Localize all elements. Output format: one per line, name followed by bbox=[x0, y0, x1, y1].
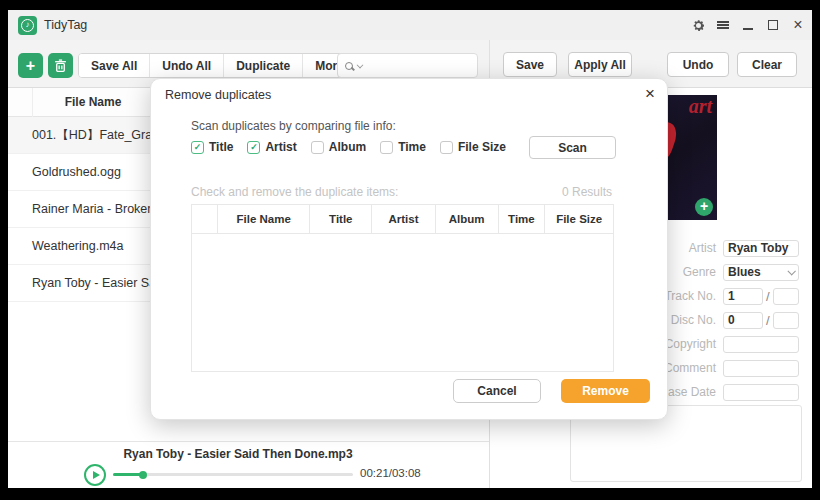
duplicate-button[interactable]: Duplicate bbox=[223, 54, 302, 77]
duplicates-instruction: Check and remove the duplicate items: bbox=[191, 185, 398, 199]
titlebar: ♪ TidyTag × bbox=[8, 10, 812, 40]
results-count: 0 Results bbox=[562, 185, 612, 199]
play-button[interactable] bbox=[84, 464, 106, 486]
artist-input[interactable] bbox=[723, 240, 799, 257]
remove-button[interactable]: Remove bbox=[561, 379, 650, 403]
checkbox-file-size[interactable]: File Size bbox=[440, 140, 506, 154]
column-header-album: Album bbox=[436, 205, 499, 234]
close-icon[interactable]: × bbox=[645, 85, 655, 102]
delete-file-button[interactable] bbox=[48, 53, 73, 78]
checkbox-icon[interactable] bbox=[247, 141, 260, 154]
now-playing-title: Ryan Toby - Easier Said Then Done.mp3 bbox=[8, 447, 468, 461]
track-no-input[interactable] bbox=[723, 288, 763, 305]
menu-icon[interactable] bbox=[715, 17, 731, 33]
search-input[interactable] bbox=[337, 53, 478, 78]
scan-instruction: Scan duplicates by comparing file info: bbox=[191, 119, 396, 133]
copyright-input[interactable] bbox=[723, 336, 799, 353]
save-button[interactable]: Save bbox=[503, 52, 557, 77]
column-header-file-size: File Size bbox=[545, 205, 613, 234]
progress-fill bbox=[113, 473, 143, 476]
comment-input[interactable] bbox=[723, 360, 799, 377]
column-header-file-name: File Name bbox=[218, 205, 311, 234]
maximize-icon[interactable] bbox=[765, 17, 781, 33]
checkbox-artist[interactable]: Artist bbox=[247, 140, 296, 154]
close-icon[interactable]: × bbox=[790, 17, 806, 33]
undo-all-button[interactable]: Undo All bbox=[149, 54, 223, 77]
checkbox-icon[interactable] bbox=[191, 141, 204, 154]
add-file-button[interactable]: + bbox=[18, 53, 43, 78]
add-cover-icon[interactable]: + bbox=[695, 198, 713, 216]
time-display: 00:21/03:08 bbox=[360, 467, 421, 479]
column-header-artist: Artist bbox=[372, 205, 436, 234]
trash-icon bbox=[54, 59, 67, 73]
duplicates-table: File Name Title Artist Album Time File S… bbox=[191, 204, 614, 372]
cancel-button[interactable]: Cancel bbox=[453, 379, 541, 403]
disc-no-input[interactable] bbox=[723, 312, 763, 329]
app-window: ♪ TidyTag × + Save All Undo All Duplicat… bbox=[8, 10, 812, 488]
select-column-header bbox=[8, 88, 33, 117]
column-header-select bbox=[192, 205, 218, 234]
chevron-down-icon bbox=[357, 61, 364, 68]
progress-bar[interactable] bbox=[113, 473, 353, 476]
app-title: TidyTag bbox=[44, 18, 87, 32]
player-bar: Ryan Toby - Easier Said Then Done.mp3 00… bbox=[8, 441, 489, 488]
album-art-text: art bbox=[689, 95, 712, 118]
compare-options: Title Artist Album Time File Size bbox=[191, 140, 506, 154]
checkbox-icon[interactable] bbox=[311, 141, 324, 154]
checkbox-icon[interactable] bbox=[380, 141, 393, 154]
column-header-time: Time bbox=[499, 205, 546, 234]
plus-icon: + bbox=[26, 57, 35, 75]
play-icon bbox=[93, 471, 100, 479]
magnifier-icon bbox=[345, 62, 353, 70]
settings-gear-icon[interactable] bbox=[690, 17, 706, 33]
undo-button[interactable]: Undo bbox=[667, 52, 729, 77]
progress-handle[interactable] bbox=[139, 471, 147, 479]
action-button-group: Save All Undo All Duplicate More bbox=[78, 53, 369, 78]
column-header-title: Title bbox=[310, 205, 372, 234]
clear-button[interactable]: Clear bbox=[737, 52, 797, 77]
checkbox-title[interactable]: Title bbox=[191, 140, 233, 154]
track-total-input[interactable] bbox=[773, 288, 799, 305]
apply-all-button[interactable]: Apply All bbox=[568, 52, 632, 77]
disc-total-input[interactable] bbox=[773, 312, 799, 329]
remove-duplicates-dialog: Remove duplicates × Scan duplicates by c… bbox=[150, 78, 668, 420]
save-all-button[interactable]: Save All bbox=[79, 54, 149, 77]
slash-separator: / bbox=[766, 313, 770, 328]
scan-button[interactable]: Scan bbox=[529, 136, 616, 159]
checkbox-icon[interactable] bbox=[440, 141, 453, 154]
release-date-input[interactable] bbox=[723, 384, 799, 401]
genre-select[interactable]: Blues bbox=[723, 264, 799, 281]
checkbox-time[interactable]: Time bbox=[380, 140, 426, 154]
app-logo-icon: ♪ bbox=[18, 16, 37, 35]
file-name-column-header: File Name bbox=[33, 88, 153, 117]
dialog-title: Remove duplicates bbox=[165, 88, 271, 102]
minimize-icon[interactable] bbox=[740, 17, 756, 33]
chevron-down-icon bbox=[787, 267, 795, 275]
checkbox-album[interactable]: Album bbox=[311, 140, 366, 154]
slash-separator: / bbox=[766, 289, 770, 304]
duplicates-table-header: File Name Title Artist Album Time File S… bbox=[192, 205, 613, 234]
